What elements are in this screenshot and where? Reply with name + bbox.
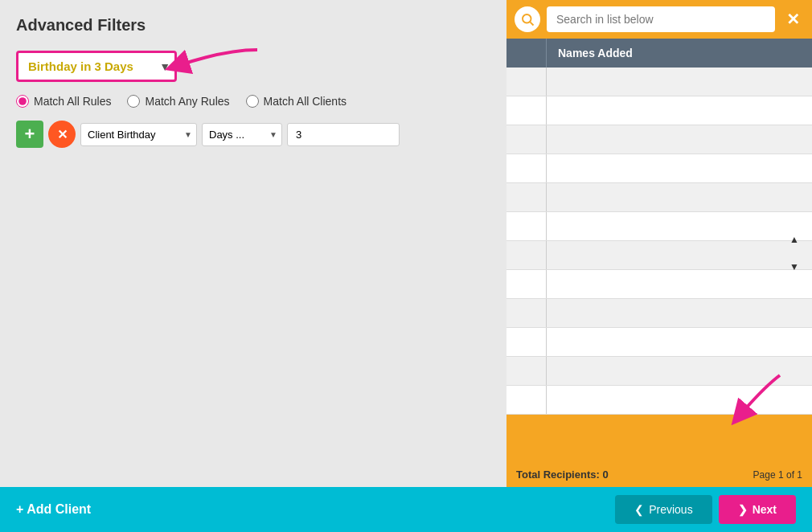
table-row [506, 125, 812, 154]
previous-label: Previous [649, 503, 692, 516]
condition-select-wrapper: Days ... Equals Before After [202, 123, 282, 146]
scroll-down-button[interactable]: ▼ [783, 256, 806, 278]
radio-match-clients-label: Match All Clients [264, 95, 347, 108]
radio-match-clients[interactable]: Match All Clients [246, 95, 347, 108]
table-row [506, 357, 812, 386]
table-header: Names Added [506, 39, 812, 68]
table-row [506, 328, 812, 357]
table-body [506, 68, 812, 462]
radio-match-any-label: Match Any Rules [145, 95, 229, 108]
table-row [506, 299, 812, 328]
radio-match-all[interactable]: Match All Rules [16, 95, 111, 108]
search-icon [520, 12, 535, 27]
remove-rule-button[interactable]: ✕ [48, 121, 76, 148]
table-check-col [506, 39, 547, 68]
table-names-col: Names Added [547, 39, 812, 68]
names-table: Names Added [506, 39, 812, 462]
search-icon-circle [515, 6, 540, 32]
page-title: Advanced Filters [16, 16, 490, 35]
field-select[interactable]: Client Birthday Client Name Date Added [80, 123, 197, 146]
condition-select[interactable]: Days ... Equals Before After [202, 123, 282, 146]
svg-line-1 [530, 22, 533, 25]
field-select-wrapper: Client Birthday Client Name Date Added [80, 123, 197, 146]
right-panel: ✕ Names Added [506, 0, 812, 487]
table-row [506, 270, 812, 299]
table-row [506, 241, 812, 270]
scroll-up-button[interactable]: ▲ [783, 228, 806, 251]
filter-dropdown[interactable]: Birthday in 3 Days [16, 51, 177, 82]
next-button[interactable]: ❯ Next [719, 495, 796, 524]
table-row [506, 183, 812, 212]
content-area: Advanced Filters Birthday in 3 Days ▼ [0, 0, 812, 487]
add-client-button[interactable]: + Add Client [16, 502, 91, 517]
table-row [506, 386, 812, 415]
close-button[interactable]: ✕ [781, 8, 804, 31]
left-panel: Advanced Filters Birthday in 3 Days ▼ [0, 0, 506, 487]
svg-point-0 [523, 14, 531, 23]
radio-match-any[interactable]: Match Any Rules [127, 95, 229, 108]
table-row [506, 68, 812, 96]
chevron-right-icon: ❯ [738, 503, 748, 516]
rule-value-input[interactable] [287, 123, 400, 146]
search-bar: ✕ [506, 0, 812, 39]
table-row [506, 212, 812, 241]
main-container: Advanced Filters Birthday in 3 Days ▼ [0, 0, 812, 532]
total-recipients: Total Recipients: 0 [516, 469, 609, 481]
nav-buttons: ❮ Previous ❯ Next [615, 495, 796, 524]
table-row [506, 154, 812, 183]
search-input[interactable] [547, 6, 775, 32]
scroll-buttons: ▲ ▼ [783, 228, 806, 278]
previous-button[interactable]: ❮ Previous [615, 495, 712, 524]
bottom-bar: + Add Client ❮ Previous ❯ Next [0, 487, 812, 532]
filter-dropdown-wrapper: Birthday in 3 Days ▼ [16, 51, 177, 82]
add-rule-button[interactable]: + [16, 121, 43, 148]
table-row [506, 96, 812, 125]
chevron-left-icon: ❮ [634, 503, 644, 516]
next-label: Next [753, 503, 777, 516]
radio-group: Match All Rules Match Any Rules Match Al… [16, 95, 490, 108]
right-panel-footer: Total Recipients: 0 Page 1 of 1 [506, 462, 812, 487]
page-info: Page 1 of 1 [753, 469, 802, 481]
radio-match-all-label: Match All Rules [34, 95, 111, 108]
filter-rule-row: + ✕ Client Birthday Client Name Date Add… [16, 121, 490, 148]
